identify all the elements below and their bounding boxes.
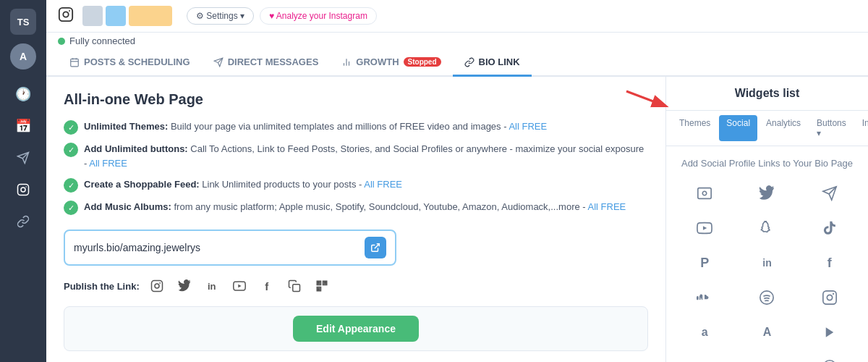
publish-instagram-icon[interactable] [147,276,167,296]
topbar: ⚙ Settings ▾ ♥ Analyze your Instagram [46,0,868,33]
snapchat-icon[interactable] [740,215,793,241]
googleplay-icon[interactable] [803,319,856,345]
sidebar-icon-calendar[interactable]: 📅 [10,113,36,139]
page-title: All-in-one Web Page [64,91,648,108]
publish-qr-icon[interactable] [312,276,332,296]
publish-facebook-icon[interactable]: f [257,276,277,296]
preview-area: Edit Appearance [64,306,648,351]
widgets-subtitle: Add Social Profile Links to Your Bio Pag… [678,158,856,169]
feature-link-2[interactable]: All FREE [89,158,127,169]
feature-item-feed: ✓ Create a Shoppable Feed: Link Unlimite… [64,177,648,193]
url-input[interactable] [74,242,365,253]
telegram-icon[interactable] [803,180,856,206]
instagram-logo-icon [58,7,74,26]
tab-dm[interactable]: DIRECT MESSAGES [202,49,331,77]
content-area: All-in-one Web Page ✓ Unlimited Themes: … [46,77,868,362]
tab-dm-label: DIRECT MESSAGES [228,56,319,67]
settings-button[interactable]: ⚙ Settings ▾ [187,7,254,25]
publish-linkedin-icon[interactable]: in [202,276,222,296]
svg-rect-28 [318,288,319,290]
feature-link-1[interactable]: All FREE [509,121,547,132]
svg-point-20 [159,282,161,284]
svg-rect-8 [71,59,79,67]
tab-biolink[interactable]: BIO LINK [453,49,532,77]
navigation-tabs: POSTS & SCHEDULING DIRECT MESSAGES GROWT… [46,49,868,77]
feature-link-4[interactable]: All FREE [588,201,626,212]
publish-label: Publish the Link: [64,281,140,292]
sidebar-icon-link[interactable] [10,209,36,235]
feature-item-music: ✓ Add Music Albums: from any music platf… [64,200,648,215]
feature-bold-1: Unlimited Themes: [84,121,168,132]
podcast-icon[interactable] [803,354,856,362]
sidebar-icon-send[interactable] [10,145,36,171]
widget-tab-analytics[interactable]: Analytics [759,115,808,141]
youtube-icon[interactable] [678,215,731,241]
svg-point-45 [827,295,832,300]
svg-line-17 [375,244,379,248]
tab-posts-label: POSTS & SCHEDULING [84,56,190,67]
feature-item-buttons: ✓ Add Unlimited buttons: Call To Actions… [64,142,648,170]
topbar-buttons: ⚙ Settings ▾ ♥ Analyze your Instagram [187,7,377,25]
linkedin-icon[interactable]: in [740,250,793,276]
svg-point-7 [69,10,70,12]
tab-growth[interactable]: GROWTH Stopped [330,49,452,77]
widgets-title: Widgets list [666,77,868,111]
svg-point-6 [63,12,68,17]
social-icons-grid: P in f a A [678,180,856,362]
widget-tab-themes[interactable]: Themes [672,115,718,141]
tab-posts[interactable]: POSTS & SCHEDULING [58,49,202,77]
pinterest-icon[interactable]: P [678,250,731,276]
messenger-icon[interactable] [678,180,731,206]
svg-point-3 [21,188,25,192]
instagram-grid-icon[interactable] [803,285,856,311]
connected-label: Fully connected [69,35,135,46]
feature-link-3[interactable]: All FREE [364,179,402,190]
profile-pictures [82,6,172,26]
main-content: ⚙ Settings ▾ ♥ Analyze your Instagram Fu… [46,0,868,362]
profile-pic-1 [82,6,103,26]
svg-rect-22 [292,285,299,292]
publish-copy-icon[interactable] [284,276,305,296]
sidebar-icon-instagram[interactable] [10,177,36,203]
svg-point-4 [25,186,27,188]
twitter-icon[interactable] [740,180,793,206]
edit-appearance-button[interactable]: Edit Appearance [293,316,419,342]
tab-biolink-label: BIO LINK [479,56,520,67]
svg-point-39 [702,191,707,195]
widget-tab-inbox[interactable]: Inbox [855,115,868,141]
analyze-button[interactable]: ♥ Analyze your Instagram [260,7,377,25]
tiktok-icon[interactable] [803,215,856,241]
svg-point-46 [833,293,834,295]
audiomack-icon[interactable]: A [740,319,793,345]
check-icon-3: ✓ [64,178,78,193]
spotify-icon[interactable] [740,285,793,311]
profile-pic-2 [106,6,126,26]
widget-tab-social[interactable]: Social [719,115,757,141]
publish-twitter-icon[interactable] [174,276,195,296]
sidebar-user-avatar[interactable]: A [10,43,36,70]
svg-rect-27 [324,282,326,284]
facebook-icon[interactable]: f [803,250,856,276]
widget-tab-buttons[interactable]: Buttons [809,115,854,141]
feature-item-themes: ✓ Unlimited Themes: Build your page via … [64,119,648,135]
widgets-panel: Widgets list Themes Social Analytics But… [665,77,868,362]
widgets-tabs: Themes Social Analytics Buttons Inbox [666,111,868,146]
url-input-wrapper [64,230,396,266]
sidebar: TS A 🕐 📅 [0,0,46,362]
left-panel: All-in-one Web Page ✓ Unlimited Themes: … [46,77,665,362]
sidebar-workspace-avatar[interactable]: TS [10,9,36,35]
url-open-button[interactable] [365,237,386,258]
check-icon-4: ✓ [64,201,78,215]
svg-rect-2 [18,185,29,195]
sidebar-icon-clock[interactable]: 🕐 [10,81,36,107]
soundcloud-icon[interactable] [678,285,731,311]
connection-status: Fully connected [46,33,868,49]
feature-bold-2: Add Unlimited buttons: [84,143,188,154]
twitch-icon[interactable]: T [740,354,793,362]
feature-list: ✓ Unlimited Themes: Build your page via … [64,119,648,215]
etsy-icon[interactable]: E [678,354,731,362]
amazon-icon[interactable]: a [678,319,731,345]
publish-youtube-icon[interactable] [229,276,250,296]
svg-rect-26 [318,282,319,284]
svg-marker-21 [238,285,241,288]
